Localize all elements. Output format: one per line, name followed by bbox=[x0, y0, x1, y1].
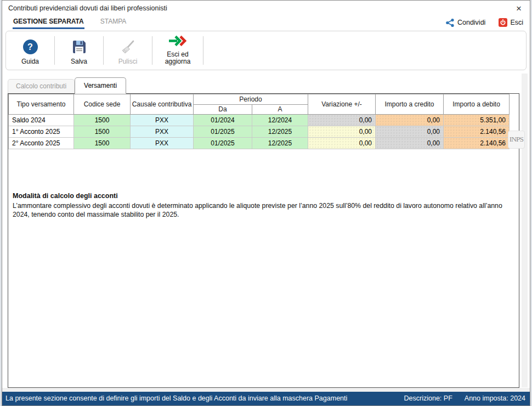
cell-periodo-a[interactable]: 12/2025 bbox=[252, 137, 308, 149]
ribbon-tab-label: STAMPA bbox=[100, 18, 127, 25]
pulisci-label: Pulisci bbox=[118, 58, 138, 65]
window-title: Contributi previdenziali dovuti dai libe… bbox=[8, 4, 167, 12]
cell-tipo-versamento: Saldo 2024 bbox=[9, 114, 74, 126]
cell-causale-contributiva[interactable]: PXX bbox=[131, 114, 194, 126]
versamenti-panel: Tipo versamento Codice sede Causale cont… bbox=[8, 93, 519, 388]
ribbon-tab-label: GESTIONE SEPARATA bbox=[13, 18, 84, 25]
cell-importo-credito[interactable]: 0,00 bbox=[376, 114, 444, 126]
cell-periodo-a[interactable]: 12/2025 bbox=[252, 126, 308, 137]
dialog-window: Contributi previdenziali dovuti dai libe… bbox=[2, 0, 530, 406]
esci-label: Esci bbox=[510, 19, 523, 26]
cell-variazione[interactable]: 0,00 bbox=[308, 137, 376, 149]
esci-button[interactable]: Esci bbox=[499, 18, 523, 27]
statusbar-spacer bbox=[2, 388, 530, 392]
salva-label: Salva bbox=[71, 58, 87, 65]
toolbar-divider bbox=[103, 36, 104, 65]
tab-calcolo-contributi[interactable]: Calcolo contributi bbox=[8, 79, 75, 93]
ribbon-tab-row: GESTIONE SEPARATA STAMPA bbox=[2, 15, 530, 29]
help-icon: ? bbox=[23, 38, 38, 57]
esci-ed-aggiorna-button[interactable]: Esci ed aggiorna bbox=[154, 32, 202, 69]
cell-variazione[interactable]: 0,00 bbox=[308, 126, 376, 137]
ribbon-actions: Condividi Esci bbox=[445, 18, 523, 29]
status-anno-imposta: Anno imposta: 2024 bbox=[465, 394, 525, 402]
cell-codice-sede[interactable]: 1500 bbox=[74, 114, 131, 126]
inps-label: INPS bbox=[510, 135, 523, 144]
toolbar-divider bbox=[203, 36, 203, 65]
content-area: Calcolo contributi Versamenti Tipo versa bbox=[2, 70, 530, 388]
status-right: Descrizione: PF Anno imposta: 2024 bbox=[404, 394, 525, 402]
guida-button[interactable]: ? Guida bbox=[7, 32, 53, 69]
guida-label: Guida bbox=[21, 58, 39, 65]
col-header-importo-credito: Importo a credito bbox=[376, 94, 444, 114]
table-row-secondo-acconto-2025: 2° Acconto 2025 1500 PXX 01/2025 12/2025… bbox=[9, 137, 510, 149]
cell-codice-sede[interactable]: 1500 bbox=[74, 137, 131, 149]
ribbon-tab-stampa[interactable]: STAMPA bbox=[100, 16, 127, 29]
cell-periodo-da[interactable]: 01/2024 bbox=[194, 114, 252, 126]
table-row-saldo-2024: Saldo 2024 1500 PXX 01/2024 12/2024 0,00… bbox=[9, 114, 510, 126]
scrollbar-track[interactable] bbox=[522, 74, 528, 387]
table-row-primo-acconto-2025: 1° Acconto 2025 1500 PXX 01/2025 12/2025… bbox=[9, 126, 510, 137]
esci-ed-aggiorna-label: Esci ed aggiorna bbox=[154, 51, 202, 65]
cell-importo-debito[interactable]: 2.140,56 bbox=[444, 137, 510, 149]
cell-importo-credito[interactable]: 0,00 bbox=[376, 137, 444, 149]
tab-versamenti[interactable]: Versamenti bbox=[75, 77, 126, 94]
cell-periodo-da[interactable]: 01/2025 bbox=[194, 137, 252, 149]
cell-causale-contributiva[interactable]: PXX bbox=[131, 126, 194, 137]
tab-label: Versamenti bbox=[84, 82, 117, 89]
close-icon: × bbox=[516, 3, 522, 14]
cell-periodo-a[interactable]: 12/2024 bbox=[252, 114, 308, 126]
cell-importo-debito[interactable]: 5.351,00 bbox=[444, 114, 510, 126]
broom-icon bbox=[120, 38, 135, 57]
cell-codice-sede[interactable]: 1500 bbox=[74, 126, 131, 137]
cell-variazione[interactable]: 0,00 bbox=[308, 114, 376, 126]
col-header-variazione: Variazione +/- bbox=[308, 94, 376, 114]
close-button[interactable]: × bbox=[513, 3, 524, 14]
cell-causale-contributiva[interactable]: PXX bbox=[131, 137, 194, 149]
cell-importo-debito[interactable]: 2.140,56 bbox=[444, 126, 510, 137]
help-glyph: ? bbox=[27, 42, 33, 52]
cell-tipo-versamento: 2° Acconto 2025 bbox=[9, 137, 74, 149]
toolbar-divider bbox=[152, 36, 152, 65]
statusbar: La presente sezione consente di definire… bbox=[2, 392, 530, 405]
toolbar-divider bbox=[54, 36, 55, 65]
col-header-periodo-da: Da bbox=[194, 104, 252, 114]
toolbar: ? Guida Salva bbox=[5, 31, 527, 70]
titlebar: Contributi previdenziali dovuti dai libe… bbox=[2, 1, 530, 15]
ribbon-tab-gestione-separata[interactable]: GESTIONE SEPARATA bbox=[13, 16, 84, 29]
col-header-importo-debito: Importo a debito bbox=[444, 94, 510, 114]
cell-periodo-da[interactable]: 01/2025 bbox=[194, 126, 252, 137]
save-floppy-icon bbox=[72, 38, 87, 57]
note-title: Modalità di calcolo degli acconti bbox=[13, 192, 510, 200]
cell-tipo-versamento: 1° Acconto 2025 bbox=[9, 126, 74, 137]
inps-badge[interactable]: INPS bbox=[508, 131, 525, 149]
condividi-button[interactable]: Condividi bbox=[445, 18, 485, 27]
versamenti-table: Tipo versamento Codice sede Causale cont… bbox=[8, 94, 510, 149]
col-header-periodo-a: A bbox=[252, 104, 308, 114]
share-icon bbox=[445, 18, 455, 27]
col-header-tipo-versamento: Tipo versamento bbox=[9, 94, 74, 114]
power-exit-icon bbox=[499, 18, 507, 27]
tab-label: Calcolo contributi bbox=[16, 82, 66, 90]
col-header-codice-sede: Codice sede bbox=[74, 94, 131, 114]
condividi-label: Condividi bbox=[457, 19, 485, 26]
document-tabs: Calcolo contributi Versamenti bbox=[8, 77, 530, 93]
cell-importo-credito[interactable]: 0,00 bbox=[376, 126, 444, 137]
col-header-causale-contributiva: Causale contributiva bbox=[131, 94, 194, 114]
pulisci-button[interactable]: Pulisci bbox=[105, 32, 151, 69]
exit-refresh-arrow-icon bbox=[167, 32, 188, 49]
status-descrizione: Descrizione: PF bbox=[404, 394, 452, 402]
status-message: La presente sezione consente di definire… bbox=[5, 394, 347, 402]
salva-button[interactable]: Salva bbox=[56, 32, 102, 69]
acconti-note: Modalità di calcolo degli acconti L’ammo… bbox=[8, 149, 519, 219]
screen: Contributi previdenziali dovuti dai libe… bbox=[0, 0, 532, 406]
col-header-periodo: Periodo bbox=[194, 94, 308, 104]
note-body: L’ammontare complessivo degli acconti do… bbox=[13, 201, 510, 219]
